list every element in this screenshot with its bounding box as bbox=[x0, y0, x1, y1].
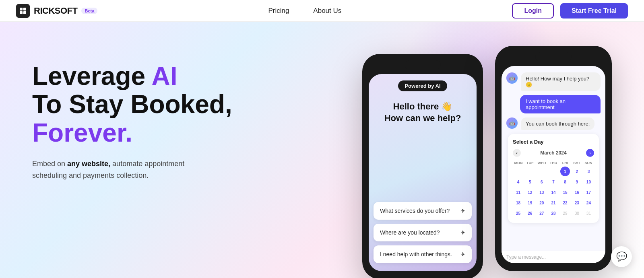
day-label-sat: SAT bbox=[571, 161, 582, 165]
logo-icon bbox=[16, 4, 30, 18]
chat-bot-greeting: 🤖 Hello! How may I help you? 🙂 bbox=[506, 72, 601, 91]
calendar-day[interactable]: 20 bbox=[537, 198, 547, 208]
calendar-day[interactable]: 14 bbox=[549, 187, 558, 197]
calendar-day[interactable]: 1 bbox=[560, 167, 570, 176]
calendar-day[interactable]: 7 bbox=[549, 177, 558, 187]
calendar-title: Select a Day bbox=[513, 139, 544, 145]
phone-1: Powered by AI Hello there 👋How can we he… bbox=[362, 54, 483, 278]
calendar-day bbox=[549, 167, 558, 176]
phone1-btn-services-label: What services do you offer? bbox=[380, 208, 450, 214]
hero-title-leverage: Leverage bbox=[32, 62, 151, 91]
calendar-day[interactable]: 26 bbox=[525, 208, 535, 218]
hero-subtitle-prefix: Embed on bbox=[32, 160, 67, 168]
calendar-day[interactable]: 19 bbox=[525, 198, 535, 208]
calendar-day[interactable]: 29 bbox=[560, 208, 570, 218]
calendar-next-button[interactable]: › bbox=[586, 149, 594, 157]
calendar-day bbox=[514, 167, 523, 176]
bot-avatar-2: 🤖 bbox=[506, 117, 518, 129]
powered-badge: Powered by AI bbox=[398, 80, 447, 91]
hero-title: Leverage AI To Stay Booked, Forever. bbox=[32, 62, 232, 147]
calendar-day[interactable]: 8 bbox=[560, 177, 570, 187]
navbar-brand: RICKSOFT Beta bbox=[16, 4, 97, 18]
chat-input-bar: Type a message... bbox=[502, 251, 605, 263]
nav-about[interactable]: About Us bbox=[313, 7, 341, 15]
calendar-month-nav: ‹ March 2024 › bbox=[513, 149, 594, 157]
navbar: RICKSOFT Beta Pricing About Us Login Sta… bbox=[0, 0, 644, 22]
phone1-action-buttons: What services do you offer? ✈ Where are … bbox=[369, 202, 477, 263]
calendar-day[interactable]: 25 bbox=[514, 208, 523, 218]
phone1-btn-services[interactable]: What services do you offer? ✈ bbox=[374, 202, 472, 220]
calendar-day[interactable]: 6 bbox=[537, 177, 547, 187]
calendar-day[interactable]: 24 bbox=[584, 198, 593, 208]
calendar-day[interactable]: 30 bbox=[572, 208, 582, 218]
calendar-day[interactable]: 17 bbox=[584, 187, 593, 197]
calendar-day[interactable]: 21 bbox=[549, 198, 558, 208]
svg-rect-2 bbox=[20, 11, 23, 14]
chat-bot-reply: 🤖 You can book through here: bbox=[506, 117, 601, 130]
navbar-right: Login Start Free Trial bbox=[512, 3, 628, 19]
phone1-btn-location[interactable]: Where are you located? ✈ bbox=[374, 224, 472, 241]
chat-input-placeholder[interactable]: Type a message... bbox=[506, 254, 601, 260]
calendar-day[interactable]: 23 bbox=[572, 198, 582, 208]
calendar-day[interactable]: 10 bbox=[584, 177, 593, 187]
phone-2-screen: 🤖 Hello! How may I help you? 🙂 I want to… bbox=[502, 66, 605, 263]
calendar-day[interactable]: 31 bbox=[584, 208, 593, 218]
calendar-day[interactable]: 11 bbox=[514, 187, 523, 197]
phone1-btn-other-label: I need help with other things. bbox=[380, 251, 452, 257]
calendar-day bbox=[537, 167, 547, 176]
hero-subtitle: Embed on any website, automate appointme… bbox=[32, 158, 193, 181]
calendar-day[interactable]: 12 bbox=[525, 187, 535, 197]
calendar-day[interactable]: 4 bbox=[514, 177, 523, 187]
calendar-prev-button[interactable]: ‹ bbox=[513, 149, 521, 157]
phone-1-notch bbox=[405, 60, 441, 69]
calendar-day[interactable]: 28 bbox=[549, 208, 558, 218]
send-icon-2: ✈ bbox=[460, 229, 465, 236]
calendar-day[interactable]: 9 bbox=[572, 177, 582, 187]
user-bubble: I want to book an appointment bbox=[520, 95, 601, 113]
day-label-thu: THU bbox=[548, 161, 559, 165]
phone1-btn-location-label: Where are you located? bbox=[380, 229, 440, 236]
svg-rect-3 bbox=[23, 11, 26, 14]
calendar-month: March 2024 bbox=[540, 150, 566, 156]
phone1-btn-other[interactable]: I need help with other things. ✈ bbox=[374, 245, 472, 263]
day-label-sun: SUN bbox=[583, 161, 594, 165]
calendar-day[interactable]: 16 bbox=[572, 187, 582, 197]
chat-widget-button[interactable]: 💬 bbox=[611, 246, 632, 267]
phones-container: Powered by AI Hello there 👋How can we he… bbox=[362, 46, 612, 278]
send-icon-1: ✈ bbox=[460, 208, 465, 214]
hero-title-forever: Forever. bbox=[32, 118, 132, 147]
login-button[interactable]: Login bbox=[512, 3, 554, 19]
calendar-header: Select a Day bbox=[513, 139, 594, 145]
logo-text: RICKSOFT bbox=[34, 6, 77, 16]
greeting-bubble: Hello! How may I help you? 🙂 bbox=[521, 72, 601, 91]
nav-pricing[interactable]: Pricing bbox=[268, 7, 289, 15]
send-icon-3: ✈ bbox=[460, 251, 465, 257]
calendar-day[interactable]: 13 bbox=[537, 187, 547, 197]
phone-2: 🤖 Hello! How may I help you? 🙂 I want to… bbox=[495, 46, 612, 271]
chat-area: 🤖 Hello! How may I help you? 🙂 I want to… bbox=[502, 66, 605, 251]
calendar-day[interactable]: 5 bbox=[525, 177, 535, 187]
calendar-day[interactable]: 2 bbox=[572, 167, 582, 176]
calendar-day[interactable]: 3 bbox=[584, 167, 593, 176]
phone-2-notch bbox=[535, 52, 572, 61]
beta-badge: Beta bbox=[81, 8, 97, 14]
calendar-day[interactable]: 15 bbox=[560, 187, 570, 197]
calendar-day[interactable]: 18 bbox=[514, 198, 523, 208]
start-trial-button[interactable]: Start Free Trial bbox=[560, 3, 628, 19]
hero-title-ai: AI bbox=[151, 62, 177, 91]
day-label-mon: MON bbox=[513, 161, 524, 165]
navbar-center: Pricing About Us bbox=[268, 7, 341, 15]
day-label-tue: TUE bbox=[524, 161, 536, 165]
day-label-wed: WED bbox=[536, 161, 547, 165]
calendar-card: Select a Day ‹ March 2024 › MON TUE WED … bbox=[508, 134, 599, 223]
calendar-grid: 1234567891011121314151617181920212223242… bbox=[513, 167, 594, 218]
calendar-day[interactable]: 22 bbox=[560, 198, 570, 208]
hero-title-booked: To Stay Booked, bbox=[32, 90, 232, 119]
calendar-day bbox=[525, 167, 535, 176]
svg-rect-0 bbox=[20, 8, 23, 10]
hero-section: Leverage AI To Stay Booked, Forever. Emb… bbox=[0, 22, 644, 278]
chat-widget-icon: 💬 bbox=[616, 251, 627, 262]
phone1-greeting: Hello there 👋How can we help? bbox=[369, 91, 477, 130]
bot-avatar: 🤖 bbox=[506, 72, 518, 84]
calendar-day[interactable]: 27 bbox=[537, 208, 547, 218]
